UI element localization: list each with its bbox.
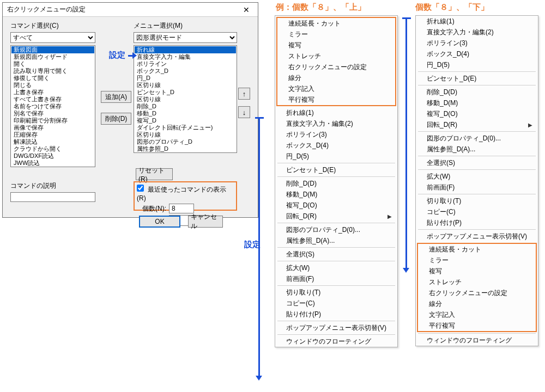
list-item[interactable]: 折れ線 bbox=[135, 46, 236, 53]
menu-item[interactable]: ストレッチ bbox=[277, 51, 395, 62]
list-item[interactable]: 印刷範囲で分割保存 bbox=[11, 117, 94, 124]
move-up-button[interactable]: ↑ bbox=[238, 88, 250, 100]
menu-item[interactable]: 折れ線(1) bbox=[275, 107, 397, 118]
menu-item[interactable]: 回転_D(R)▶ bbox=[275, 211, 397, 222]
list-item[interactable]: 区切り線 bbox=[135, 82, 236, 89]
menu-item[interactable]: ストレッチ bbox=[418, 277, 536, 287]
menu-item[interactable]: ピンセット_D(E) bbox=[416, 73, 538, 84]
command-select[interactable]: すべて bbox=[10, 32, 95, 43]
menu-item[interactable]: ポリライン(3) bbox=[416, 38, 538, 48]
menu-item[interactable]: 右クリックメニューの設定 bbox=[418, 287, 536, 298]
close-button[interactable]: ✕ bbox=[237, 4, 256, 15]
menu-item[interactable]: 直接文字入力・編集(2) bbox=[416, 27, 538, 38]
menu-item[interactable]: ウィンドウのフローティング bbox=[416, 335, 538, 346]
menu-item[interactable]: 属性参照_D(A)... bbox=[275, 235, 397, 246]
menu-item[interactable]: 前画面(F) bbox=[416, 182, 538, 193]
menu-item[interactable]: 円_D(5) bbox=[416, 59, 538, 70]
recent-checkbox-label[interactable]: 最近使ったコマンドの表示(R) bbox=[137, 186, 226, 202]
command-listbox[interactable]: 新規図面新規図面ウィザード開く読み取り専用で開く修復して開く閉じる上書き保存すべ… bbox=[10, 45, 95, 167]
list-item[interactable]: 解凍読込 bbox=[11, 138, 94, 145]
menu-item[interactable]: ボックス_D(4) bbox=[275, 140, 397, 151]
list-item[interactable]: 図形のプロパティ_D bbox=[135, 138, 236, 145]
menu-item[interactable]: 連続延長・カット bbox=[277, 18, 395, 29]
list-item[interactable]: ボックス_D bbox=[135, 68, 236, 75]
menu-item[interactable]: ミラー bbox=[277, 29, 395, 40]
list-item[interactable]: 圧縮保存 bbox=[11, 131, 94, 138]
menu-item[interactable]: ポップアップメニュー表示切替(V) bbox=[275, 322, 397, 333]
menu-item[interactable]: 折れ線(1) bbox=[416, 16, 538, 27]
delete-button[interactable]: 削除(D) bbox=[101, 113, 131, 125]
list-item[interactable]: 名前をつけて保存 bbox=[11, 103, 94, 110]
menu-item[interactable]: 文字記入 bbox=[277, 83, 395, 94]
list-item[interactable]: 複写_D bbox=[135, 117, 236, 124]
menu-item[interactable]: 拡大(W) bbox=[275, 262, 397, 273]
ok-button[interactable]: OK bbox=[139, 216, 180, 228]
menu-item[interactable]: 線分 bbox=[418, 298, 536, 309]
menu-item[interactable]: コピー(C) bbox=[416, 206, 538, 217]
menu-item[interactable]: ポリライン(3) bbox=[275, 129, 397, 140]
list-item[interactable]: ダイレクト回転(子メニュー) bbox=[135, 124, 236, 131]
list-item[interactable]: ピンセット_D bbox=[135, 89, 236, 96]
menu-item[interactable]: 図形のプロパティ_D(0)... bbox=[416, 133, 538, 144]
menu-item[interactable]: 回転_D(R)▶ bbox=[416, 119, 538, 130]
move-down-button[interactable]: ↓ bbox=[238, 106, 250, 118]
menu-item[interactable]: 複写_D(O) bbox=[416, 108, 538, 119]
recent-checkbox[interactable] bbox=[137, 185, 144, 192]
menu-item[interactable]: 文字記入 bbox=[418, 309, 536, 320]
list-item[interactable]: 上書き保存 bbox=[11, 89, 94, 96]
menu-item[interactable]: 切り取り(T) bbox=[275, 287, 397, 298]
menu-item[interactable]: 連続延長・カット bbox=[418, 244, 536, 255]
menu-item[interactable]: 削除_D(D) bbox=[416, 87, 538, 97]
list-item[interactable]: 直接文字入力・編集 bbox=[135, 53, 236, 60]
menu-select[interactable]: 図形選択モード bbox=[134, 32, 237, 43]
list-item[interactable]: 区切り線 bbox=[135, 131, 236, 138]
list-item[interactable]: JWW読込 bbox=[11, 160, 94, 167]
menu-item[interactable]: 複写_D(O) bbox=[275, 200, 397, 211]
menu-item[interactable]: 属性参照_D(A)... bbox=[416, 144, 538, 155]
menu-item[interactable]: 複写 bbox=[277, 40, 395, 51]
list-item[interactable]: クラウドから開く bbox=[11, 145, 94, 152]
list-item[interactable]: 開く bbox=[11, 60, 94, 68]
list-item[interactable]: 移動_D bbox=[135, 110, 236, 117]
list-item[interactable]: 画像で保存 bbox=[11, 124, 94, 131]
menu-item[interactable]: 拡大(W) bbox=[416, 171, 538, 182]
list-item[interactable]: 削除_D bbox=[135, 103, 236, 110]
cancel-button[interactable]: キャンセル bbox=[188, 216, 223, 228]
menu-item[interactable]: 図形のプロパティ_D(0)... bbox=[275, 224, 397, 235]
list-item[interactable]: 新規図面ウィザード bbox=[11, 53, 94, 60]
menu-item[interactable]: 切り取り(T) bbox=[416, 195, 538, 206]
menu-item[interactable]: ミラー bbox=[418, 255, 536, 266]
menu-item[interactable]: 平行複写 bbox=[277, 94, 395, 105]
menu-item[interactable]: ウィンドウのフローティング bbox=[275, 336, 397, 347]
list-item[interactable]: 区切り線 bbox=[135, 96, 236, 103]
list-item[interactable]: 新規図面 bbox=[11, 46, 94, 53]
menu-item[interactable]: 複写 bbox=[418, 266, 536, 277]
list-item[interactable]: 属性参照_D bbox=[135, 145, 236, 152]
list-item[interactable]: DWG/DXF読込 bbox=[11, 152, 94, 160]
menu-item[interactable]: 線分 bbox=[277, 72, 395, 83]
menu-item[interactable]: ポップアップメニュー表示切替(V) bbox=[416, 231, 538, 242]
menu-item[interactable]: 削除_D(D) bbox=[275, 178, 397, 189]
menu-item[interactable]: 移動_D(M) bbox=[275, 189, 397, 200]
menu-item[interactable]: 平行複写 bbox=[418, 320, 536, 331]
menu-item[interactable]: 円_D(5) bbox=[275, 151, 397, 162]
menu-item[interactable]: 貼り付け(P) bbox=[275, 309, 397, 320]
reset-button[interactable]: リセット(R) bbox=[136, 168, 173, 180]
menu-item[interactable]: 全選択(S) bbox=[416, 157, 538, 168]
list-item[interactable]: 円_D bbox=[135, 75, 236, 82]
list-item[interactable]: すべて上書き保存 bbox=[11, 96, 94, 103]
menu-item[interactable]: 貼り付け(P) bbox=[416, 217, 538, 228]
list-item[interactable]: 閉じる bbox=[11, 82, 94, 89]
add-button[interactable]: 追加(A) bbox=[101, 91, 131, 103]
list-item[interactable]: 修復して開く bbox=[11, 75, 94, 82]
menu-item[interactable]: 移動_D(M) bbox=[416, 97, 538, 108]
menu-item[interactable]: 前画面(F) bbox=[275, 273, 397, 284]
menu-item[interactable]: 全選択(S) bbox=[275, 249, 397, 260]
menu-item[interactable]: 右クリックメニューの設定 bbox=[277, 62, 395, 72]
menu-item[interactable]: ボックス_D(4) bbox=[416, 48, 538, 59]
list-item[interactable]: 読み取り専用で開く bbox=[11, 68, 94, 75]
menu-item[interactable]: ピンセット_D(E) bbox=[275, 164, 397, 175]
menu-listbox[interactable]: 折れ線直接文字入力・編集ポリラインボックス_D円_D区切り線ピンセット_D区切り… bbox=[134, 45, 237, 153]
list-item[interactable]: 別名で保存 bbox=[11, 110, 94, 117]
list-item[interactable]: ポリライン bbox=[135, 60, 236, 68]
